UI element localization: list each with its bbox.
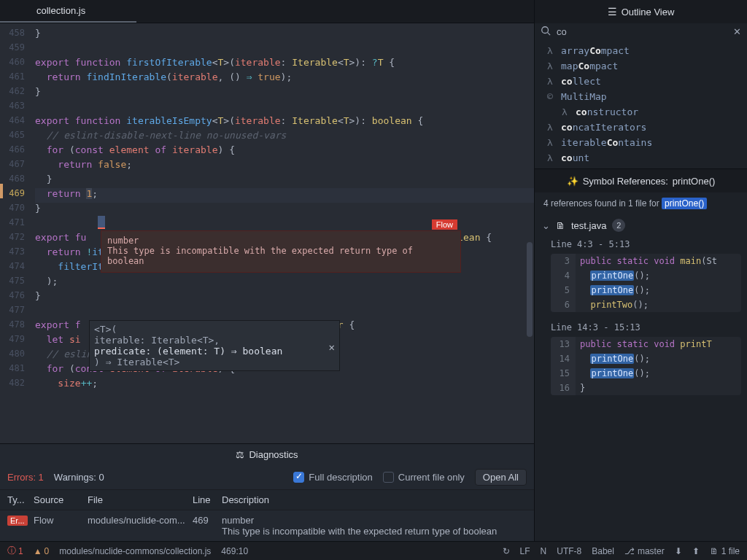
error-badge: Er... (7, 516, 28, 526)
clear-icon[interactable]: ✕ (733, 26, 741, 37)
full-description-checkbox[interactable]: Full description (293, 472, 372, 483)
reference-code-line[interactable]: 16} (551, 381, 741, 395)
reference-code-line[interactable]: 5 printOne(); (551, 283, 741, 298)
warning-icon: ▲ (34, 546, 42, 556)
reference-code-line[interactable]: 3public static void main(St (551, 254, 741, 268)
reference-location[interactable]: Line 14:3 - 15:13 (551, 319, 747, 334)
outline-item[interactable]: λarrayCompact (535, 43, 747, 58)
close-icon[interactable]: ✕ (329, 341, 335, 353)
symbol-icon: λ (545, 152, 555, 163)
error-icon: ⓘ (7, 545, 16, 557)
flow-error-line2: This type is incompatible with the expec… (107, 246, 454, 266)
vertical-scrollbar[interactable] (527, 23, 533, 443)
outline-item[interactable]: λiterableContains (535, 135, 747, 150)
diag-errors-count[interactable]: Errors: 1 (7, 472, 44, 483)
code-editor[interactable]: 4584594604614624634644654664674684694704… (0, 23, 534, 443)
status-line-ending[interactable]: LF (520, 546, 530, 556)
signature-help-tooltip: ✕ <T>( iterable: Iterable<T>, predicate:… (89, 320, 340, 371)
outline-item[interactable]: ©MultiMap (535, 89, 747, 104)
reference-code-line[interactable]: 15 printOne(); (551, 366, 741, 381)
status-warning-count[interactable]: ▲ 0 (34, 546, 50, 556)
file-icon: 🗎 (556, 220, 565, 231)
list-icon: ☰ (608, 6, 617, 18)
tab-collection-js[interactable]: collection.js (0, 0, 136, 23)
status-bar: ⓘ 1 ▲ 0 modules/nuclide-commons/collecti… (0, 541, 747, 560)
flow-error-line1: number (107, 236, 454, 246)
svg-point-0 (542, 27, 549, 34)
symbol-icon: λ (560, 106, 570, 117)
symbol-icon: λ (545, 137, 555, 148)
reference-code-line[interactable]: 13public static void printT (551, 337, 741, 351)
reference-location[interactable]: Line 4:3 - 5:13 (551, 236, 747, 251)
status-encoding[interactable]: UTF-8 (557, 546, 581, 556)
symbol-icon: © (545, 91, 555, 102)
svg-line-1 (548, 33, 551, 36)
diag-warnings-count[interactable]: Warnings: 0 (54, 472, 104, 483)
scrollbar-thumb[interactable] (527, 242, 533, 337)
references-summary: 4 references found in 1 file for printOn… (535, 192, 747, 214)
tab-filename: collection.js (36, 5, 85, 16)
reference-code-line[interactable]: 6 printTwo(); (551, 298, 741, 312)
diag-table-header: Ty... Source File Line Description (0, 489, 534, 510)
checkbox-icon[interactable] (383, 472, 394, 483)
table-row[interactable]: Er... Flow modules/nuclide-com... 469 nu… (0, 510, 534, 541)
wand-icon: ✨ (567, 176, 578, 187)
status-error-count[interactable]: ⓘ 1 (7, 545, 23, 557)
symbol-icon: λ (545, 122, 555, 133)
status-branch[interactable]: ⎇ master (624, 546, 665, 556)
outline-item[interactable]: λcollect (535, 74, 747, 89)
references-file-header[interactable]: ⌄ 🗎 test.java 2 (535, 214, 747, 236)
outline-item[interactable]: λconcatIterators (535, 120, 747, 135)
outline-search-input[interactable] (557, 26, 727, 37)
status-file-count[interactable]: 🗎 1 file (710, 546, 740, 556)
gutter: 4584594604614624634644654664674684694704… (0, 23, 35, 392)
references-header: ✨ Symbol References: printOne() (535, 169, 747, 192)
outline-search: ✕ (535, 23, 747, 40)
download-icon[interactable]: ⬇ (675, 546, 682, 556)
tab-bar: collection.js (0, 0, 534, 23)
branch-icon: ⎇ (624, 546, 635, 556)
symbol-icon: λ (545, 76, 555, 87)
current-file-only-checkbox[interactable]: Current file only (383, 472, 465, 483)
upload-icon[interactable]: ⬆ (692, 546, 700, 556)
scales-icon: ⚖ (236, 449, 244, 460)
file-icon: 🗎 (710, 546, 719, 556)
diagnostics-title: ⚖ Diagnostics (0, 444, 534, 465)
status-language[interactable]: Babel (592, 546, 614, 556)
open-all-button[interactable]: Open All (475, 469, 527, 486)
flow-error-tooltip: Flow number This type is incompatible wi… (101, 230, 461, 273)
checkbox-icon[interactable] (293, 472, 304, 483)
status-n[interactable]: N (541, 546, 547, 556)
reference-code-line[interactable]: 14 printOne(); (551, 351, 741, 366)
reference-code-line[interactable]: 4 printOne(); (551, 268, 741, 283)
outline-item[interactable]: λcount (535, 150, 747, 166)
search-icon (541, 26, 551, 38)
flow-badge: Flow (432, 219, 457, 230)
outline-item[interactable]: λmapCompact (535, 58, 747, 74)
error-underline (98, 216, 105, 229)
symbol-icon: λ (545, 61, 555, 71)
outline-header: ☰ Outline View (535, 0, 747, 23)
diagnostics-panel: ⚖ Diagnostics Errors: 1 Warnings: 0 Full… (0, 443, 534, 541)
count-badge: 2 (612, 219, 625, 232)
chevron-down-icon: ⌄ (542, 220, 550, 231)
status-file-path[interactable]: modules/nuclide-commons/collection.js (59, 546, 211, 556)
refresh-icon[interactable]: ↻ (503, 546, 510, 556)
outline-item[interactable]: λconstructor (535, 104, 747, 120)
status-cursor-position[interactable]: 469:10 (221, 546, 248, 556)
symbol-icon: λ (545, 45, 555, 56)
